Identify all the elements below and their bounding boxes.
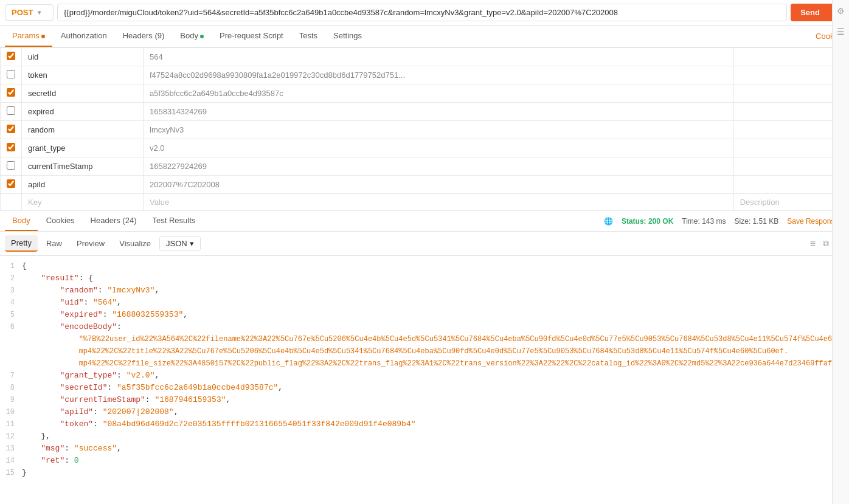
line-number: 4 [0, 298, 22, 307]
param-checkbox-0[interactable] [7, 52, 15, 60]
param-checkbox-7[interactable] [7, 179, 15, 188]
param-row: currentTimeStamp 1658227924269 [1, 157, 849, 176]
line-number: 3 [0, 286, 22, 295]
params-table: uid 564 token f47524a8cc02d9698a9930809f… [0, 47, 849, 211]
tab-settings[interactable]: Settings [326, 26, 369, 47]
key-footer-label: Key [22, 194, 144, 211]
param-row: grant_type v2.0 [1, 139, 849, 157]
line-content: "ret": 0 [22, 456, 849, 465]
copy-icon[interactable]: ⧉ [823, 238, 829, 249]
response-tab-headers[interactable]: Headers (24) [83, 211, 144, 231]
param-value-7[interactable]: 202007%7C202008 [144, 176, 734, 194]
sidebar-icon-2[interactable]: ☰ [837, 27, 845, 36]
json-line: 13 "msg": "success", [0, 443, 849, 455]
line-content: "%7B%22user_id%22%3A564%2C%22filename%22… [22, 334, 849, 343]
line-number [0, 334, 22, 335]
json-line: 1{ [0, 261, 849, 273]
json-line: 8 "secretId": "a5f35bfcc6c2a649b1a0ccbe4… [0, 382, 849, 395]
param-row: apiId 202007%7C202008 [1, 176, 849, 194]
param-value-6[interactable]: 1658227924269 [144, 157, 734, 176]
param-key-3[interactable]: expired [22, 103, 144, 121]
param-value-5[interactable]: v2.0 [144, 139, 734, 157]
line-content: "secretId": "a5f35bfcc6c2a649b1a0ccbe4d9… [22, 383, 849, 392]
param-value-3[interactable]: 1658314324269 [144, 103, 734, 121]
json-line: 3 "random": "lmcxyNv3", [0, 285, 849, 297]
response-tab-testresults[interactable]: Test Results [145, 211, 203, 231]
line-number: 7 [0, 371, 22, 380]
body-dot [200, 35, 204, 38]
body-tab-pretty[interactable]: Pretty [5, 235, 38, 252]
line-number: 1 [0, 261, 22, 271]
method-label: POST [12, 8, 33, 17]
line-number: 8 [0, 383, 22, 392]
body-icons: ≡ [810, 238, 816, 249]
line-number: 12 [0, 432, 22, 441]
line-content: "uid": "564", [22, 298, 849, 307]
value-footer-label: Value [144, 194, 734, 211]
line-number: 11 [0, 419, 22, 429]
json-line: 7 "grant_type": "v2.0", [0, 370, 849, 382]
param-key-5[interactable]: grant_type [22, 139, 144, 157]
response-status: Status: 200 OK [622, 217, 673, 226]
params-footer-row: Key Value Description [1, 194, 849, 211]
param-checkbox-4[interactable] [7, 125, 15, 133]
param-key-7[interactable]: apiId [22, 176, 144, 194]
param-checkbox-5[interactable] [7, 143, 15, 151]
param-row: uid 564 [1, 48, 849, 66]
json-line: 14 "ret": 0 [0, 455, 849, 468]
param-key-0[interactable]: uid [22, 48, 144, 66]
response-tab-body[interactable]: Body [5, 211, 38, 231]
param-row: random lmcxyNv3 [1, 121, 849, 139]
param-row: token f47524a8cc02d9698a9930809fa1a2e019… [1, 66, 849, 85]
json-line: 2 "result": { [0, 273, 849, 285]
line-content: } [22, 468, 849, 477]
line-content: "token": "08a4bd96d469d2c72e035135ffffb0… [22, 419, 849, 429]
param-value-4[interactable]: lmcxyNv3 [144, 121, 734, 139]
param-row: secretId a5f35bfcc6c2a649b1a0ccbe4d93587… [1, 85, 849, 103]
method-chevron-icon: ▾ [38, 9, 41, 16]
body-tab-visualize[interactable]: Visualize [113, 236, 157, 251]
line-number: 5 [0, 310, 22, 319]
tab-params[interactable]: Params [5, 26, 52, 47]
url-input[interactable] [57, 4, 787, 21]
param-checkbox-1[interactable] [7, 70, 15, 78]
param-value-2[interactable]: a5f35bfcc6c2a649b1a0ccbe4d93587c [144, 85, 734, 103]
filter-icon[interactable]: ≡ [810, 238, 816, 249]
param-key-4[interactable]: random [22, 121, 144, 139]
json-line: 4 "uid": "564", [0, 297, 849, 309]
line-number: 14 [0, 456, 22, 465]
line-content: "encodeBody": [22, 322, 849, 331]
body-tab-preview[interactable]: Preview [71, 236, 111, 251]
line-content: mp4%22%2C%22title%22%3A22%5Cu767e%5Cu520… [22, 347, 849, 356]
tab-body[interactable]: Body [173, 26, 211, 47]
line-number: 2 [0, 274, 22, 283]
json-format-select[interactable]: JSON ▾ [159, 236, 201, 251]
tab-authorization[interactable]: Authorization [54, 26, 114, 47]
save-response-label: Save Response [787, 217, 839, 226]
param-key-6[interactable]: currentTimeStamp [22, 157, 144, 176]
tab-prerequest[interactable]: Pre-request Script [212, 26, 291, 47]
line-content: "result": { [22, 274, 849, 283]
param-key-1[interactable]: token [22, 66, 144, 85]
response-tabs-row: Body Cookies Headers (24) Test Results 🌐… [0, 211, 849, 232]
param-checkbox-6[interactable] [7, 161, 15, 170]
json-line: 15} [0, 468, 849, 480]
send-label: Send [791, 4, 830, 21]
param-checkbox-2[interactable] [7, 88, 15, 97]
response-size: Size: 1.51 KB [735, 217, 779, 226]
body-tab-raw[interactable]: Raw [40, 236, 68, 251]
line-number [0, 347, 22, 347]
json-line: 10 "apiId": "202007|202008", [0, 407, 849, 419]
param-value-0[interactable]: 564 [144, 48, 734, 66]
method-select[interactable]: POST ▾ [5, 4, 54, 21]
param-key-2[interactable]: secretId [22, 85, 144, 103]
tab-tests[interactable]: Tests [292, 26, 325, 47]
json-line: 6 "encodeBody": [0, 322, 849, 334]
tab-headers[interactable]: Headers (9) [116, 26, 172, 47]
sidebar-icon-1[interactable]: ⚙ [837, 6, 845, 16]
param-checkbox-3[interactable] [7, 106, 15, 115]
param-value-1[interactable]: f47524a8cc02d9698a9930809fa1a2e019972c30… [144, 66, 734, 85]
response-tab-cookies[interactable]: Cookies [39, 211, 82, 231]
line-content: { [22, 261, 849, 271]
line-content: "random": "lmcxyNv3", [22, 286, 849, 295]
